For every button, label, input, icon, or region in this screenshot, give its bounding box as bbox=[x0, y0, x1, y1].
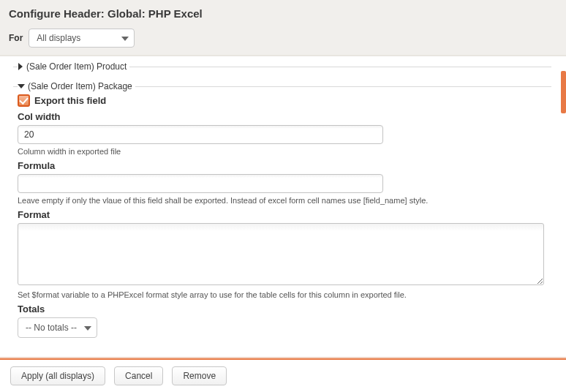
page-title: Configure Header: Global: PHP Excel bbox=[9, 7, 557, 20]
triangle-down-icon bbox=[18, 83, 25, 89]
col-width-input[interactable] bbox=[18, 125, 383, 144]
fieldset-package-label: (Sale Order Item) Package bbox=[28, 81, 132, 91]
totals-label: Totals bbox=[18, 304, 551, 314]
export-checkbox-row: Export this field bbox=[18, 94, 551, 107]
col-width-help: Column width in exported file bbox=[18, 147, 551, 156]
totals-select[interactable]: -- No totals -- bbox=[18, 317, 97, 338]
format-help: Set $format variable to a PHPExcel forma… bbox=[18, 290, 551, 299]
col-width-label: Col width bbox=[18, 111, 551, 122]
fieldset-product-legend[interactable]: (Sale Order Item) Product bbox=[18, 61, 129, 72]
fieldset-package-legend[interactable]: (Sale Order Item) Package bbox=[18, 81, 135, 91]
fieldset-product-label: (Sale Order Item) Product bbox=[26, 61, 127, 72]
displays-select[interactable]: All displays bbox=[29, 29, 135, 48]
for-label: For bbox=[9, 33, 23, 43]
apply-button[interactable]: Apply (all displays) bbox=[10, 366, 105, 385]
fieldset-package-body: Export this field Col width Column width… bbox=[13, 94, 551, 338]
format-label: Format bbox=[18, 209, 551, 220]
format-textarea[interactable] bbox=[18, 223, 544, 285]
export-checkbox[interactable] bbox=[18, 94, 30, 107]
scrollbar-thumb[interactable] bbox=[561, 71, 566, 113]
export-checkbox-label: Export this field bbox=[34, 95, 106, 106]
fieldset-package: (Sale Order Item) Package Export this fi… bbox=[13, 86, 551, 344]
formula-label: Formula bbox=[18, 160, 551, 171]
for-row: For All displays bbox=[9, 29, 557, 48]
triangle-right-icon bbox=[18, 63, 23, 70]
formula-input[interactable] bbox=[18, 174, 383, 193]
content: (Sale Order Item) Product (Sale Order It… bbox=[0, 56, 559, 356]
header-area: Configure Header: Global: PHP Excel For … bbox=[0, 0, 566, 56]
formula-help: Leave empty if only the vlaue of this fi… bbox=[18, 196, 551, 205]
remove-button[interactable]: Remove bbox=[172, 366, 227, 385]
content-wrap: (Sale Order Item) Product (Sale Order It… bbox=[0, 56, 566, 356]
footer: Apply (all displays) Cancel Remove bbox=[0, 358, 566, 392]
cancel-button[interactable]: Cancel bbox=[114, 366, 163, 385]
